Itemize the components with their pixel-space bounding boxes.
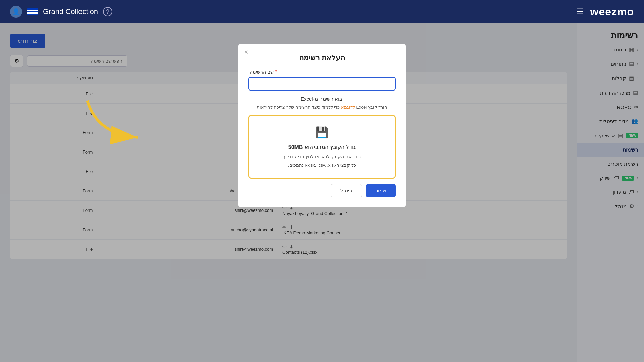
modal-buttons: שמור ביטול xyxy=(248,184,396,197)
upload-modal: × העלאת רשימה * שם הרשימה: יבוא רשימה מ-… xyxy=(238,44,406,207)
modal-title: העלאת רשימה xyxy=(248,54,396,62)
brand-logo: weezmo xyxy=(590,6,634,18)
list-name-input[interactable] xyxy=(248,77,396,90)
modal-import-label: יבוא רשימה מ-Excel xyxy=(248,96,396,102)
flag-icon xyxy=(27,8,38,15)
modal-name-field: * שם הרשימה: xyxy=(248,69,396,90)
topnav-left: 👤 Grand Collection ? xyxy=(10,6,112,18)
dropzone[interactable]: 💾 גודל הקובץ המרבי הוא 50MB גרור את הקוב… xyxy=(248,115,396,179)
topnav: 👤 Grand Collection ? ☰ weezmo xyxy=(0,0,644,23)
required-star: * xyxy=(275,69,277,75)
topnav-title: Grand Collection xyxy=(43,7,98,16)
annotation-arrow xyxy=(77,94,158,154)
dropzone-subtitle: גרור את הקובץ לכאן או לחץ כדי לדפדף xyxy=(256,154,388,159)
help-icon[interactable]: ? xyxy=(103,7,112,16)
save-button[interactable]: שמור xyxy=(366,184,396,197)
import-link[interactable]: לדוגמא xyxy=(341,105,355,110)
dropzone-title: גודל הקובץ המרבי הוא 50MB xyxy=(256,144,388,150)
menu-icon[interactable]: ☰ xyxy=(576,7,584,16)
modal-name-label: * שם הרשימה: xyxy=(248,69,396,75)
topnav-right: ☰ weezmo xyxy=(576,6,634,18)
name-label-text: שם הרשימה: xyxy=(248,69,274,75)
modal-close-button[interactable]: × xyxy=(244,48,248,56)
cancel-button[interactable]: ביטול xyxy=(331,184,362,197)
dropzone-formats: כל קבצי ה-.xlsx, .csv, .xls-ו נתמכים. xyxy=(256,163,388,168)
avatar[interactable]: 👤 xyxy=(10,6,22,18)
import-label-text: יבוא רשימה מ-Excel xyxy=(301,96,343,102)
upload-icon: 💾 xyxy=(256,126,388,139)
modal-backdrop: × העלאת רשימה * שם הרשימה: יבוא רשימה מ-… xyxy=(0,23,644,362)
modal-import-sub: הורד קובץ Excel לדוגמא כדי ללמוד כיצד הר… xyxy=(248,105,396,110)
